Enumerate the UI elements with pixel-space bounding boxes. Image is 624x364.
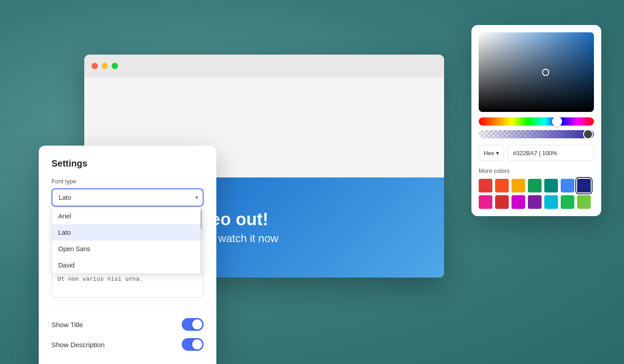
description-textarea[interactable]: Ut non varius nisi urna. [51, 270, 204, 298]
swatch-lime-green[interactable] [561, 195, 574, 209]
opacity-slider[interactable] [479, 130, 594, 138]
font-select-wrapper: Ariel Lato Open Sans David ▾ Ariel Lato … [51, 188, 204, 207]
scrollbar-thumb[interactable] [200, 211, 202, 229]
swatch-orange[interactable] [495, 179, 509, 192]
toggle-thumb-description [192, 339, 202, 349]
color-gradient-canvas[interactable] [479, 32, 594, 112]
more-colors-label: More colors [479, 167, 594, 174]
font-option-ariel[interactable]: Ariel [52, 208, 203, 224]
swatch-row-2 [479, 195, 594, 209]
swatch-red[interactable] [479, 179, 492, 192]
hex-type-label: Hex [484, 150, 494, 157]
chevron-down-icon: ▾ [496, 150, 499, 157]
show-title-row: Show Title [51, 318, 204, 331]
swatch-blue[interactable] [561, 179, 574, 192]
color-swatches [479, 179, 594, 209]
swatch-amber[interactable] [511, 179, 525, 192]
hex-row: Hex ▾ #322BA7 | 100% [479, 145, 594, 161]
minimize-button[interactable] [102, 63, 108, 69]
opacity-slider-thumb[interactable] [583, 130, 593, 138]
font-select[interactable]: Ariel Lato Open Sans David [51, 188, 204, 207]
swatch-purple[interactable] [528, 195, 542, 209]
hex-value-text: #322BA7 | 100% [513, 150, 557, 157]
color-picker-panel: Hex ▾ #322BA7 | 100% More colors [471, 25, 601, 216]
show-title-toggle[interactable] [182, 318, 204, 331]
opacity-overlay [479, 130, 594, 138]
show-title-label: Show Title [51, 321, 83, 329]
scrollbar-track [200, 208, 202, 273]
toggle-thumb-title [192, 319, 202, 329]
maximize-button[interactable] [112, 63, 118, 69]
font-option-lato[interactable]: Lato [52, 224, 203, 241]
show-description-toggle[interactable] [182, 338, 204, 351]
swatch-teal[interactable] [544, 179, 558, 192]
swatch-pink[interactable] [479, 195, 492, 209]
browser-titlebar [84, 55, 444, 77]
hue-slider-thumb[interactable] [552, 116, 562, 126]
show-description-row: Show Description [51, 338, 204, 351]
gradient-picker-dot[interactable] [542, 69, 549, 76]
text-area-section: Ut non varius nisi urna. [51, 270, 204, 299]
swatch-lime[interactable] [577, 195, 591, 209]
show-description-label: Show Description [51, 341, 105, 349]
hex-value-button[interactable]: #322BA7 | 100% [508, 145, 594, 161]
swatch-green[interactable] [528, 179, 542, 192]
font-option-david[interactable]: David [52, 257, 203, 273]
swatch-row-1 [479, 179, 594, 192]
divider [51, 308, 204, 309]
close-button[interactable] [92, 63, 98, 69]
swatch-dark-red[interactable] [495, 195, 509, 209]
settings-panel: Settings Font type Ariel Lato Open Sans … [39, 146, 216, 364]
swatch-magenta[interactable] [511, 195, 525, 209]
settings-title: Settings [51, 158, 204, 169]
swatch-navy[interactable] [577, 179, 591, 192]
font-dropdown: Ariel Lato Open Sans David [51, 207, 204, 274]
font-type-label: Font type [51, 178, 204, 185]
hex-type-button[interactable]: Hex ▾ [479, 145, 504, 161]
hue-slider[interactable] [479, 117, 594, 126]
font-option-opensans[interactable]: Open Sans [52, 241, 203, 257]
swatch-cyan[interactable] [544, 195, 558, 209]
